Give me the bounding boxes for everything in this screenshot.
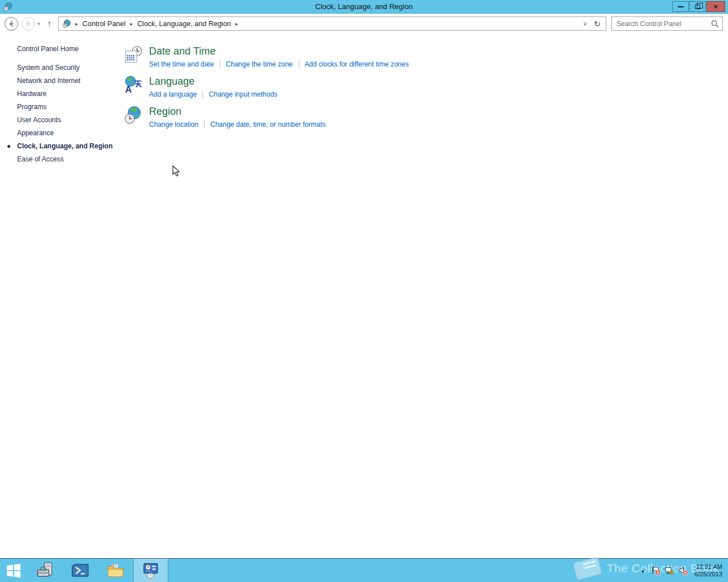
sidebar-item-network-internet[interactable]: Network and Internet — [17, 74, 122, 88]
address-bar-controls: ∨ ↻ — [578, 19, 606, 28]
link-change-formats[interactable]: Change date, time, or number formats — [210, 120, 326, 128]
link-change-input-methods[interactable]: Change input methods — [209, 90, 278, 98]
section-language: A Language Add a language Change input m… — [125, 76, 728, 98]
taskbar-app-powershell[interactable] — [63, 559, 98, 582]
window-title: Clock, Language, and Region — [0, 2, 728, 11]
link-add-clocks[interactable]: Add clocks for different time zones — [305, 60, 409, 68]
sidebar-item-system-security[interactable]: System and Security — [17, 61, 122, 74]
clock-date: 6/25/2013 — [694, 571, 722, 578]
network-warning-icon[interactable] — [664, 566, 675, 576]
volume-muted-icon[interactable] — [678, 566, 688, 576]
sidebar-item-label: Clock, Language, and Region — [17, 142, 113, 150]
section-title-date-and-time[interactable]: Date and Time — [149, 45, 409, 57]
powershell-icon — [71, 562, 89, 580]
windows-logo-icon — [6, 563, 21, 578]
restore-icon — [695, 5, 700, 9]
link-add-language[interactable]: Add a language — [149, 90, 197, 98]
file-explorer-icon — [106, 562, 125, 580]
sidebar-item-ease-of-access[interactable]: Ease of Access — [17, 153, 122, 166]
taskbar-app-server-manager[interactable] — [27, 559, 63, 582]
system-tray: ▲ — [636, 559, 728, 582]
link-divider — [220, 60, 220, 68]
breadcrumb-control-panel[interactable]: Control Panel — [82, 20, 126, 28]
taskbar: The Collection Book ▲ — [0, 558, 728, 582]
show-hidden-icons-button[interactable]: ▲ — [636, 568, 649, 573]
window-content: Control Panel Home System and Security N… — [0, 33, 728, 558]
link-divider — [299, 60, 299, 68]
watermark-book-icon — [570, 555, 606, 581]
server-manager-icon — [36, 562, 54, 580]
link-divider — [204, 120, 205, 128]
minimize-icon — [678, 6, 684, 7]
close-button[interactable]: ✕ — [706, 1, 725, 12]
sidebar: Control Panel Home System and Security N… — [0, 33, 122, 166]
breadcrumb-arrow-icon[interactable]: ▸ — [231, 21, 243, 27]
section-date-and-time: Date and Time Set the time and date Chan… — [125, 45, 728, 68]
globe-clock-icon — [125, 106, 143, 124]
search-input[interactable] — [612, 20, 708, 28]
titlebar: Clock, Language, and Region ✕ — [0, 0, 728, 14]
link-set-time-and-date[interactable]: Set the time and date — [149, 60, 214, 68]
taskbar-clock[interactable]: 12:31 AM 6/25/2013 — [694, 563, 722, 578]
minimize-button[interactable] — [672, 1, 689, 12]
selected-bullet — [7, 145, 10, 148]
back-arrow-icon — [7, 20, 15, 28]
breadcrumb-arrow-icon[interactable]: ▸ — [71, 21, 83, 27]
back-button[interactable] — [5, 17, 18, 31]
address-dropdown-icon[interactable]: ∨ — [578, 20, 592, 27]
search-box — [611, 16, 723, 31]
up-button[interactable]: ↑ — [47, 19, 52, 29]
window-controls: ✕ — [672, 1, 725, 12]
link-change-time-zone[interactable]: Change the time zone — [226, 60, 292, 68]
clock-time: 12:31 AM — [694, 563, 722, 571]
sidebar-item-user-accounts[interactable]: User Accounts — [17, 114, 122, 127]
start-button[interactable] — [0, 559, 27, 582]
maximize-button[interactable] — [689, 1, 706, 12]
taskbar-app-control-panel[interactable] — [133, 559, 168, 582]
recent-pages-dropdown[interactable]: ▾ — [38, 21, 40, 27]
action-center-flag-icon[interactable] — [651, 566, 661, 576]
breadcrumb-arrow-icon[interactable]: ▸ — [126, 21, 138, 27]
forward-arrow-icon — [24, 20, 32, 28]
link-divider — [202, 90, 203, 98]
main-panel: Date and Time Set the time and date Chan… — [122, 33, 728, 136]
sidebar-item-home[interactable]: Control Panel Home — [17, 43, 122, 56]
navigation-bar: ▾ ↑ ▸ Control Panel ▸ Clock, Language, a… — [0, 14, 728, 33]
refresh-icon[interactable]: ↻ — [592, 19, 606, 28]
section-region: Region Change location Change date, time… — [125, 106, 728, 128]
section-links: Add a language Change input methods — [149, 90, 278, 98]
sidebar-item-appearance[interactable]: Appearance — [17, 127, 122, 140]
link-change-location[interactable]: Change location — [149, 120, 198, 128]
section-links: Set the time and date Change the time zo… — [149, 60, 409, 68]
forward-button[interactable] — [22, 17, 35, 31]
sidebar-item-clock-language-region[interactable]: Clock, Language, and Region — [17, 140, 122, 153]
svg-text:A: A — [125, 85, 132, 94]
breadcrumb-current[interactable]: Clock, Language, and Region — [137, 20, 231, 28]
section-links: Change location Change date, time, or nu… — [149, 120, 326, 128]
address-bar[interactable]: ▸ Control Panel ▸ Clock, Language, and R… — [58, 16, 606, 31]
sidebar-item-programs[interactable]: Programs — [17, 101, 122, 114]
taskbar-app-file-explorer[interactable] — [98, 559, 133, 582]
sidebar-item-hardware[interactable]: Hardware — [17, 88, 122, 101]
language-globe-icon: A — [125, 76, 143, 94]
section-title-language[interactable]: Language — [149, 76, 278, 87]
control-panel-taskbar-icon — [142, 562, 160, 580]
control-panel-icon — [62, 19, 71, 28]
search-icon[interactable] — [708, 20, 722, 28]
close-icon: ✕ — [713, 3, 718, 11]
calendar-clock-icon — [125, 45, 143, 64]
section-title-region[interactable]: Region — [149, 106, 326, 117]
